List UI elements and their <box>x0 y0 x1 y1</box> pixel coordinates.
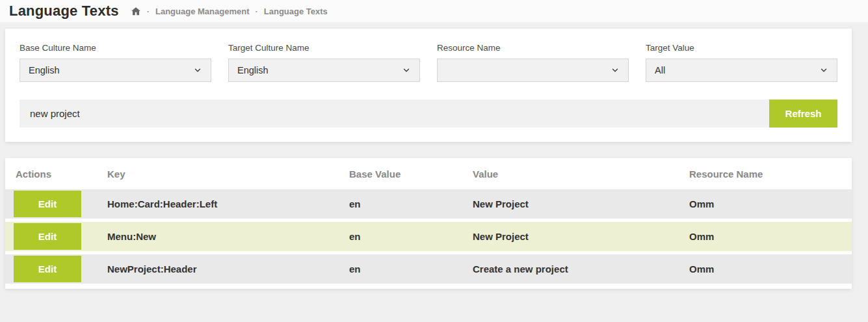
breadcrumb-separator: · <box>255 7 257 16</box>
cell-value: New Project <box>473 198 689 209</box>
field-base-culture: Base Culture Name English <box>20 43 211 82</box>
chevron-down-icon <box>402 66 411 75</box>
chevron-down-icon <box>611 66 620 75</box>
cell-value: New Project <box>473 231 689 242</box>
language-texts-table: Actions Key Base Value Value Resource Na… <box>5 158 852 289</box>
cell-resource-name: Omm <box>689 263 852 275</box>
cell-value: Create a new project <box>473 263 689 275</box>
table-header-row: Actions Key Base Value Value Resource Na… <box>5 158 852 189</box>
cell-key: NewProject:Header <box>107 263 349 275</box>
column-header-base-value: Base Value <box>349 168 473 180</box>
page-header: Language Texts · Language Management · L… <box>0 0 868 22</box>
breadcrumb: · Language Management · Language Texts <box>131 7 328 16</box>
cell-resource-name: Omm <box>689 198 852 209</box>
cell-resource-name: Omm <box>689 231 852 242</box>
target-culture-label: Target Culture Name <box>228 43 420 53</box>
table-row: Edit Home:Card:Header:Left en New Projec… <box>5 189 852 219</box>
target-value-select[interactable]: All <box>646 59 837 82</box>
home-icon[interactable] <box>131 7 141 16</box>
column-header-resource-name: Resource Name <box>689 168 852 180</box>
target-value-label: Target Value <box>646 43 837 53</box>
cell-base-value: en <box>349 231 473 242</box>
breadcrumb-item-language-texts: Language Texts <box>264 7 328 16</box>
edit-button[interactable]: Edit <box>14 191 81 217</box>
search-input[interactable] <box>20 100 769 127</box>
breadcrumb-separator: · <box>147 7 150 16</box>
cell-base-value: en <box>349 198 473 209</box>
filter-panel: Base Culture Name English Target Culture… <box>5 29 852 142</box>
column-header-value: Value <box>473 168 689 180</box>
field-resource-name: Resource Name <box>437 43 629 82</box>
table-body: Edit Home:Card:Header:Left en New Projec… <box>5 189 852 284</box>
table-row: Edit NewProject:Header en Create a new p… <box>5 254 852 284</box>
search-row: Refresh <box>20 100 837 127</box>
field-target-value: Target Value All <box>646 43 837 82</box>
edit-button[interactable]: Edit <box>14 223 81 250</box>
column-header-key: Key <box>107 168 349 180</box>
base-culture-label: Base Culture Name <box>20 43 211 53</box>
chevron-down-icon <box>819 66 828 75</box>
cell-key: Home:Card:Header:Left <box>107 198 349 209</box>
refresh-button[interactable]: Refresh <box>769 100 837 127</box>
base-culture-select[interactable]: English <box>20 59 211 82</box>
filter-fields: Base Culture Name English Target Culture… <box>20 43 837 82</box>
cell-base-value: en <box>349 263 473 275</box>
target-culture-select[interactable]: English <box>228 59 420 82</box>
field-target-culture: Target Culture Name English <box>228 43 420 82</box>
target-value-value: All <box>655 65 665 75</box>
column-header-actions: Actions <box>10 168 107 180</box>
target-culture-value: English <box>237 65 269 75</box>
base-culture-value: English <box>29 65 60 75</box>
resource-name-label: Resource Name <box>437 43 629 53</box>
breadcrumb-item-language-management[interactable]: Language Management <box>155 7 249 16</box>
cell-key: Menu:New <box>107 231 349 242</box>
resource-name-select[interactable] <box>437 59 629 82</box>
chevron-down-icon <box>193 66 202 75</box>
edit-button[interactable]: Edit <box>14 256 81 282</box>
table-row: Edit Menu:New en New Project Omm <box>5 222 852 251</box>
page-title: Language Texts <box>9 3 119 20</box>
